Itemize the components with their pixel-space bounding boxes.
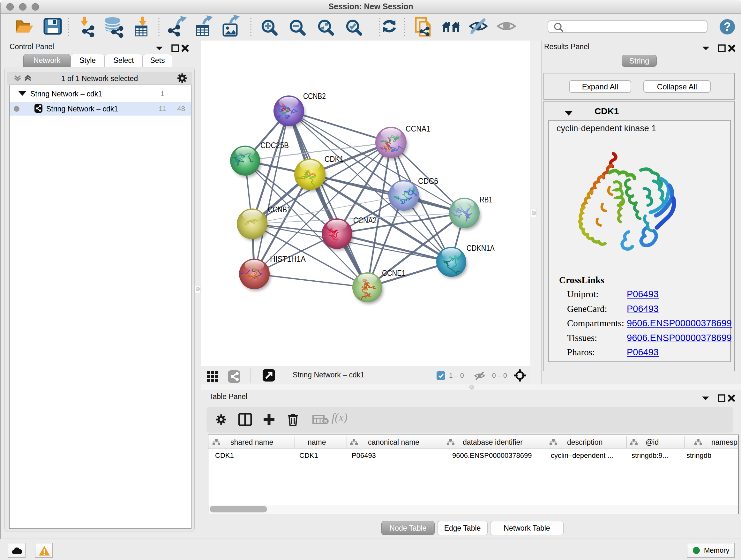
svg-text:CDC6: CDC6 xyxy=(418,176,438,186)
svg-text:CCNA2: CCNA2 xyxy=(353,215,377,225)
svg-text:CCNE1: CCNE1 xyxy=(382,268,406,278)
svg-text:?: ? xyxy=(724,20,731,33)
svg-text:CCNB2: CCNB2 xyxy=(303,91,326,101)
svg-text:CCNB1: CCNB1 xyxy=(268,205,291,214)
svg-text:RB1: RB1 xyxy=(480,195,492,204)
svg-text:CCNA1: CCNA1 xyxy=(406,124,430,133)
svg-text:CDC25B: CDC25B xyxy=(260,140,289,150)
svg-text:CDKN1A: CDKN1A xyxy=(467,243,495,253)
svg-text:CDK1: CDK1 xyxy=(325,154,344,164)
svg-text:HIST1H1A: HIST1H1A xyxy=(270,254,306,264)
